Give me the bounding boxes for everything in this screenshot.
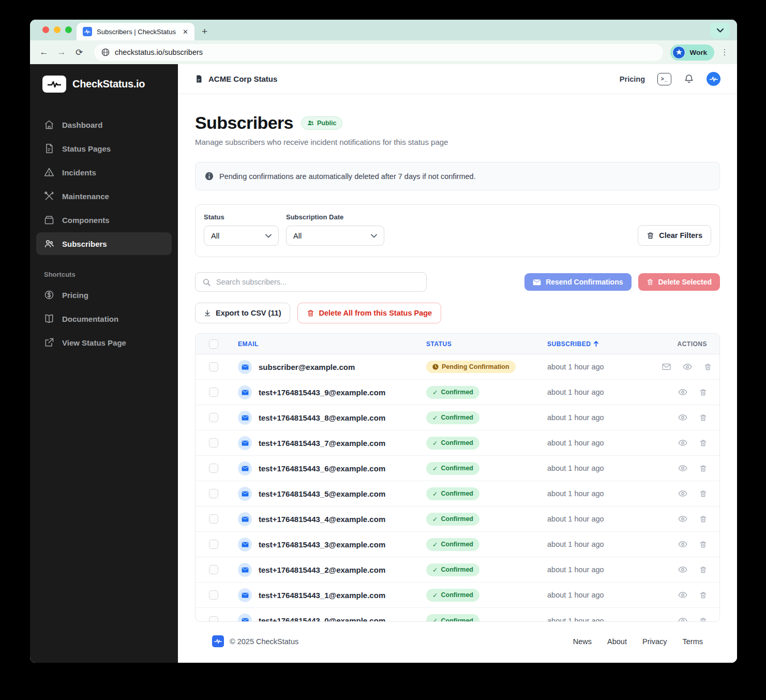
row-checkbox[interactable] [209,489,218,498]
row-checkbox[interactable] [209,616,218,622]
view-icon-button[interactable] [678,617,687,622]
subscriber-email: test+1764815443_3@example.com [259,540,385,549]
email-avatar-icon [238,461,252,475]
row-checkbox[interactable] [209,590,218,600]
sidebar-item-dashboard[interactable]: Dashboard [36,113,172,136]
row-checkbox[interactable] [209,362,218,371]
sidebar-item-maintenance[interactable]: Maintenance [36,185,172,207]
account-avatar[interactable] [707,72,720,86]
sidebar-item-subscribers[interactable]: Subscribers [36,232,172,255]
status-filter-select[interactable]: All [204,226,279,246]
row-checkbox[interactable] [209,540,218,549]
delete-all-button[interactable]: Delete All from this Status Page [297,303,442,323]
maximize-window-button[interactable] [65,26,72,33]
clear-filters-button[interactable]: Clear Filters [638,225,711,246]
table-row: test+1764815443_9@example.com ✓ Confirme… [196,380,719,405]
sidebar-item-incidents[interactable]: Incidents [36,161,172,184]
trash-icon [307,309,314,317]
app-logo[interactable]: CheckStatus.io [30,76,178,93]
delete-icon-button[interactable] [699,489,707,498]
profile-avatar [672,46,685,59]
table-row: test+1764815443_5@example.com ✓ Confirme… [196,481,719,507]
view-icon-button[interactable] [678,464,687,472]
row-checkbox[interactable] [209,438,218,448]
site-info-icon[interactable] [101,48,110,56]
row-checkbox[interactable] [209,514,218,524]
filter-bar: Status All Subscription Date All [195,204,720,257]
delete-selected-button[interactable]: Delete Selected [638,273,720,291]
close-window-button[interactable] [42,26,49,33]
delete-icon-button[interactable] [699,413,707,422]
reload-button[interactable]: ⟳ [71,44,87,60]
bell-icon[interactable] [684,73,694,84]
browser-profile-chip[interactable]: Work [670,44,714,61]
workspace-switcher[interactable]: ACME Corp Status [194,75,277,83]
view-icon-button[interactable] [678,439,687,447]
minimize-window-button[interactable] [54,26,61,33]
footer-link-news[interactable]: News [573,637,592,646]
terminal-icon[interactable]: >_ [657,73,671,85]
forward-button[interactable]: → [54,44,69,60]
tab-search-button[interactable] [710,23,730,38]
search-input[interactable] [216,278,419,286]
browser-menu-icon[interactable]: ⋮ [719,44,730,60]
sidebar-item-label: Dashboard [62,121,102,129]
view-icon-button[interactable] [678,540,687,548]
subscriber-email: test+1764815443_7@example.com [259,439,385,448]
sidebar-item-documentation[interactable]: Documentation [36,307,172,330]
delete-icon-button[interactable] [699,388,707,396]
banner-text: Pending confirmations are automatically … [219,172,476,181]
delete-icon-button[interactable] [699,617,707,622]
sidebar-item-label: Incidents [62,168,96,177]
view-icon-button[interactable] [678,413,687,422]
subscribed-time: about 1 hour ago [547,363,662,371]
sidebar-item-view-status-page[interactable]: View Status Page [36,331,172,354]
select-all-checkbox[interactable] [209,339,218,349]
export-csv-button[interactable]: Export to CSV (11) [195,303,290,323]
sidebar-item-pricing[interactable]: Pricing [36,284,172,306]
header-pricing-link[interactable]: Pricing [620,75,645,83]
view-icon-button[interactable] [678,489,687,498]
status-badge: ✓ Confirmed [426,589,479,602]
delete-icon-button[interactable] [699,540,707,548]
tools-icon [44,191,54,201]
sidebar-item-status-pages[interactable]: Status Pages [36,137,172,160]
row-checkbox[interactable] [209,413,218,422]
row-checkbox[interactable] [209,565,218,574]
view-icon-button[interactable] [678,515,687,523]
table-row: test+1764815443_1@example.com ✓ Confirme… [196,583,719,608]
delete-icon-button[interactable] [699,515,707,523]
check-icon: ✓ [432,617,438,622]
delete-icon-button[interactable] [699,439,707,447]
browser-tab[interactable]: Subscribers | CheckStatus ✕ [77,23,194,40]
view-icon-button[interactable] [678,565,687,574]
resend-email-icon-button[interactable] [662,363,671,371]
email-avatar-icon [238,411,252,425]
delete-icon-button[interactable] [699,464,707,472]
view-icon-button[interactable] [683,363,692,371]
delete-icon-button[interactable] [699,565,707,574]
column-header-email[interactable]: EMAIL [238,340,426,348]
footer-link-privacy[interactable]: Privacy [642,637,667,646]
view-icon-button[interactable] [678,388,687,396]
delete-icon-button[interactable] [699,591,707,599]
main-panel: ACME Corp Status Pricing >_ Subscribers [178,64,737,663]
tab-close-icon[interactable]: ✕ [182,28,189,36]
row-checkbox[interactable] [209,388,218,397]
sidebar-item-components[interactable]: Components [36,208,172,231]
resend-confirmations-button[interactable]: Resend Confirmations [524,273,631,291]
column-header-subscribed[interactable]: SUBSCRIBED [547,340,662,348]
footer-link-terms[interactable]: Terms [683,637,703,646]
delete-icon-button[interactable] [704,363,712,371]
external-link-icon [44,337,54,348]
footer-link-about[interactable]: About [607,637,627,646]
row-checkbox[interactable] [209,464,218,473]
column-header-status[interactable]: STATUS [426,340,547,348]
new-tab-button[interactable]: + [202,26,207,36]
search-box[interactable] [195,272,427,292]
back-button[interactable]: ← [36,44,52,60]
check-icon: ✓ [432,389,438,396]
view-icon-button[interactable] [678,591,687,599]
url-bar[interactable]: checkstatus.io/subscribers [94,44,663,61]
date-filter-select[interactable]: All [286,226,384,246]
